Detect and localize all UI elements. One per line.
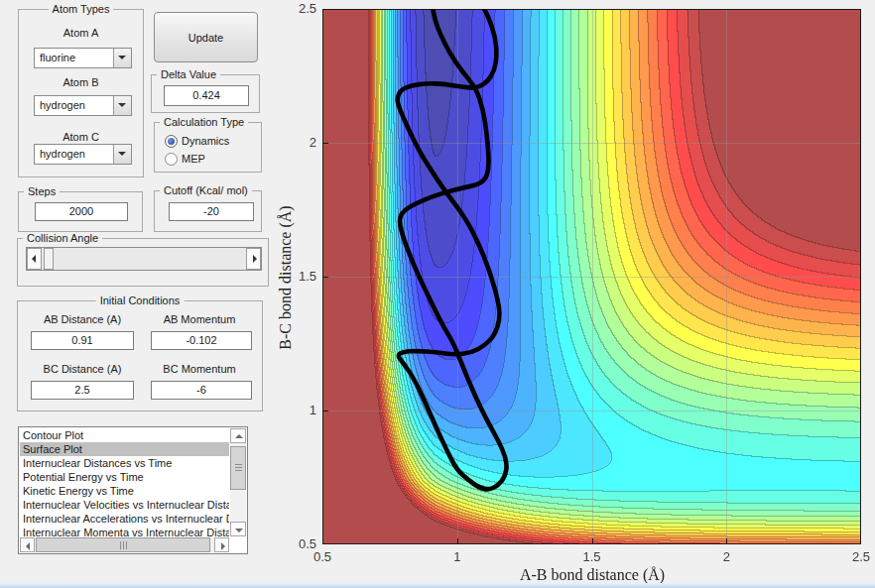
bc-momentum-label: BC Momentum: [147, 363, 252, 375]
atom-c-dropdown-button[interactable]: [113, 145, 131, 164]
cutoff-title: Cutoff (Kcal/ mol): [160, 184, 252, 196]
thumb-grip-icon: [235, 464, 242, 471]
arrow-left-icon: [32, 255, 36, 263]
vertical-scroll-thumb[interactable]: [230, 446, 246, 490]
slider-left-arrow-button[interactable]: [27, 248, 42, 270]
bc-momentum-field[interactable]: -6: [151, 381, 252, 400]
y-tick-label: 2: [279, 135, 316, 150]
atom-c-value: hydrogen: [40, 148, 85, 160]
atom-a-label: Atom A: [19, 27, 143, 39]
app-window: { "controls": { "atom_types": { "title":…: [0, 0, 875, 588]
list-item[interactable]: Internuclear Distances vs Time: [20, 456, 229, 470]
scroll-left-button[interactable]: [20, 537, 35, 552]
x-tick-label: 2.5: [841, 549, 875, 564]
atom-c-dropdown[interactable]: hydrogen: [34, 144, 132, 165]
delta-value-title: Delta Value: [157, 68, 220, 80]
list-item[interactable]: Potential Energy vs Time: [20, 470, 229, 484]
list-item[interactable]: Internuclear Velocities vs Internuclear …: [20, 498, 229, 512]
collision-angle-slider[interactable]: [26, 247, 262, 271]
bc-distance-label: BC Distance (A): [31, 363, 134, 375]
x-axis-label: A-B bond distance (Å): [520, 566, 665, 584]
chevron-down-icon: [118, 152, 126, 156]
y-tick-label: 2.5: [279, 1, 316, 16]
slider-thumb[interactable]: [44, 248, 54, 270]
ab-momentum-field[interactable]: -0.102: [151, 331, 252, 350]
y-tick-label: 1: [279, 403, 316, 417]
initial-conditions-panel: Initial Conditions AB Distance (A) AB Mo…: [17, 300, 263, 412]
horizontal-scrollbar[interactable]: [20, 537, 229, 552]
window-bottom-edge: [0, 583, 875, 588]
x-tick-label: 2: [706, 549, 746, 564]
radio-dynamics[interactable]: Dynamics: [165, 134, 254, 148]
atom-a-dropdown[interactable]: fluorine: [34, 48, 132, 68]
slider-right-arrow-button[interactable]: [246, 248, 261, 270]
radio-unselected-icon: [165, 153, 178, 166]
pes-canvas: [322, 9, 861, 544]
arrow-right-icon: [253, 255, 257, 263]
atom-b-label: Atom B: [19, 76, 143, 88]
calculation-type-title: Calculation Type: [160, 116, 248, 128]
ab-distance-field[interactable]: 0.91: [31, 331, 134, 350]
radio-dynamics-label: Dynamics: [182, 135, 229, 147]
atom-b-value: hydrogen: [40, 99, 85, 111]
delta-value-panel: Delta Value 0.424: [151, 74, 260, 113]
bc-distance-field[interactable]: 2.5: [31, 381, 134, 400]
radio-selected-icon: [165, 135, 178, 148]
plot-type-items: Contour PlotSurface PlotInternuclear Dis…: [20, 428, 229, 538]
horizontal-scroll-thumb[interactable]: [36, 537, 210, 552]
scroll-up-button[interactable]: [230, 428, 246, 443]
arrow-down-icon: [235, 529, 243, 532]
plot-type-listbox[interactable]: Contour PlotSurface PlotInternuclear Dis…: [18, 426, 248, 554]
ab-distance-label: AB Distance (A): [31, 313, 134, 325]
atom-types-title: Atom Types: [49, 3, 114, 15]
update-button-label: Update: [155, 32, 257, 44]
list-item[interactable]: Kinetic Energy vs Time: [20, 484, 229, 498]
steps-panel: Steps 2000: [18, 191, 143, 232]
scroll-right-button[interactable]: [214, 537, 229, 552]
scroll-down-button[interactable]: [230, 522, 246, 536]
steps-title: Steps: [24, 185, 60, 197]
steps-field[interactable]: 2000: [35, 202, 128, 221]
collision-angle-title: Collision Angle: [23, 232, 102, 244]
y-tick-label: 0.5: [279, 536, 316, 551]
cutoff-field[interactable]: -20: [169, 202, 254, 221]
atom-a-value: fluorine: [40, 52, 75, 63]
calculation-type-panel: Calculation Type Dynamics MEP: [154, 122, 262, 173]
atom-types-panel: Atom Types Atom A fluorine Atom B hydrog…: [18, 9, 144, 177]
x-tick-label: 0.5: [303, 549, 342, 564]
atom-b-dropdown[interactable]: hydrogen: [34, 95, 132, 116]
atom-c-label: Atom C: [19, 131, 143, 143]
update-button[interactable]: Update: [154, 12, 258, 62]
x-tick-label: 1: [438, 549, 477, 564]
atom-a-dropdown-button[interactable]: [113, 49, 131, 67]
chevron-down-icon: [118, 56, 126, 59]
list-item[interactable]: Surface Plot: [20, 442, 229, 456]
list-item[interactable]: Internuclear Accelerations vs Internucle…: [20, 512, 229, 526]
list-item[interactable]: Contour Plot: [20, 428, 229, 442]
vertical-scrollbar[interactable]: [230, 428, 246, 536]
thumb-grip-icon: [120, 541, 127, 549]
chevron-down-icon: [118, 103, 126, 107]
arrow-up-icon: [235, 434, 243, 438]
cutoff-panel: Cutoff (Kcal/ mol) -20: [154, 190, 262, 232]
initial-conditions-title: Initial Conditions: [96, 294, 185, 306]
radio-mep[interactable]: MEP: [165, 152, 254, 166]
atom-b-dropdown-button[interactable]: [113, 96, 131, 115]
ab-momentum-label: AB Momentum: [147, 313, 252, 325]
x-tick-label: 1.5: [572, 549, 612, 564]
collision-angle-panel: Collision Angle: [17, 238, 269, 287]
radio-mep-label: MEP: [182, 153, 205, 165]
y-axis-label: B-C bond distance (Å): [277, 205, 295, 349]
arrow-left-icon: [26, 542, 30, 550]
delta-value-field[interactable]: 0.424: [164, 85, 249, 106]
arrow-right-icon: [221, 542, 225, 550]
